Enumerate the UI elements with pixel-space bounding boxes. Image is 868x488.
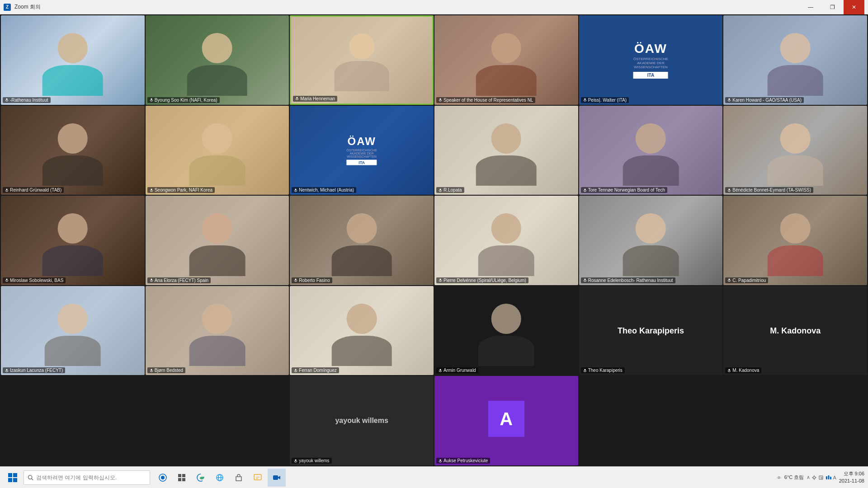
- tile-label-byoung: Byoung Soo Kim (NAFI, Korea): [147, 97, 220, 103]
- tile-label-rosanne: Rosanne Edelenbosch- Rathenau Instituut: [581, 277, 675, 283]
- tile-avatar-aukse: A: [488, 401, 524, 437]
- tile-label-bjorn: Bjørn Bedsted: [147, 367, 185, 373]
- tile-theo[interactable]: Theo Karapiperis Theo Karapiperis: [579, 286, 723, 375]
- weather-text: 6°C 흐림: [784, 474, 804, 481]
- tile-peiss[interactable]: ÖAW ÖSTERREICHISCHEAKADEMIE DERWISSENSCH…: [579, 15, 723, 105]
- tile-seongwon[interactable]: Seongwon Park, NAFI Korea: [146, 106, 289, 195]
- tile-label-yayouk: yayouk willems: [292, 458, 331, 464]
- svg-line-53: [32, 479, 33, 480]
- tile-label-maria: Maria Henneman: [293, 96, 337, 102]
- tile-c-papa[interactable]: C. Papadimitriou: [723, 196, 867, 285]
- svg-rect-24: [6, 279, 8, 281]
- tile-karen[interactable]: Karen Howard - GAO/STAA (USA): [723, 15, 867, 105]
- taskbar-cortana[interactable]: [154, 469, 172, 487]
- svg-rect-0: [6, 99, 8, 100]
- tile-label-miroslaw: Miroslaw Sobolewski, BAS: [3, 277, 66, 283]
- tile-label-aukse: Aukse Petruskeviciute: [436, 458, 490, 464]
- svg-rect-36: [6, 369, 8, 371]
- tile-label-ana: Ana Elorza (FECYT) Spain: [147, 277, 211, 283]
- svg-point-55: [161, 476, 165, 479]
- tile-ferran[interactable]: Ferran Domínguez: [290, 286, 434, 375]
- weather-info: 6°C 흐림: [775, 474, 804, 481]
- tile-label-seongwon: Seongwon Park, NAFI Korea: [147, 187, 215, 193]
- tile-miroslaw[interactable]: Miroslaw Sobolewski, BAS: [1, 196, 145, 285]
- tile-benedicte[interactable]: Bénédicte Bonnet-Eymard (TA-SWISS): [723, 106, 867, 195]
- tile-byoung[interactable]: Byoung Soo Kim (NAFI, Korea): [146, 15, 289, 105]
- svg-rect-18: [439, 188, 441, 190]
- svg-rect-34: [729, 279, 730, 281]
- tile-bjorn[interactable]: Bjørn Bedsted: [146, 286, 289, 375]
- svg-marker-66: [278, 476, 280, 479]
- tile-yayouk[interactable]: yayouk willems yayouk willems: [290, 376, 434, 465]
- taskbar-zoom[interactable]: [268, 469, 286, 487]
- tile-izaskun[interactable]: Izaskun Lacunza (FECYT): [1, 286, 145, 375]
- svg-rect-26: [151, 279, 152, 281]
- tile-pierre[interactable]: Pierre Delvénne (Spiral/ULiège, Belgium): [434, 196, 578, 285]
- search-bar[interactable]: [24, 470, 150, 485]
- tile-label-rlopata: R.Lopata: [436, 187, 464, 193]
- tile-label-speaker: Speaker of the House of Representatives …: [436, 97, 535, 103]
- tile-ana[interactable]: Ana Elorza (FECYT) Spain: [146, 196, 289, 285]
- taskbar-ie[interactable]: [211, 469, 229, 487]
- app-icon: Z: [4, 4, 11, 11]
- minimize-button[interactable]: —: [800, 0, 821, 14]
- tile-rosanne[interactable]: Rosanne Edelenbosch- Rathenau Instituut: [579, 196, 723, 285]
- svg-rect-48: [295, 459, 297, 461]
- restore-button[interactable]: ❐: [822, 0, 843, 14]
- tile-nentwich[interactable]: ÖAW ÖSTERREICHISCHEAKADEMIE DERWISSENSCH…: [290, 106, 434, 195]
- tile-mkadonova[interactable]: M. Kadonova M. Kadonova: [723, 286, 867, 375]
- windows-icon: [8, 473, 17, 482]
- svg-rect-22: [729, 188, 730, 190]
- taskbar-taskview[interactable]: [173, 469, 191, 487]
- tile-empty-2: [146, 376, 289, 465]
- svg-rect-4: [297, 97, 298, 99]
- taskbar-store[interactable]: [230, 469, 248, 487]
- taskbar: 6°C 흐림 ∧ A 오후 9:06 2021-11-08: [0, 466, 868, 488]
- svg-rect-28: [295, 279, 297, 281]
- tile-roberto[interactable]: Roberto Fasino: [290, 196, 434, 285]
- svg-point-52: [28, 475, 32, 479]
- svg-rect-42: [439, 369, 441, 371]
- svg-rect-12: [6, 188, 8, 190]
- tile-label-nentwich: Nentwich, Michael (Austria): [292, 187, 356, 193]
- tile-label-mkadonova: M. Kadonova: [725, 367, 761, 373]
- svg-rect-70: [826, 476, 827, 479]
- svg-rect-71: [828, 475, 830, 479]
- tile-tore[interactable]: Tore Tennøe Norwegian Board of Tech: [579, 106, 723, 195]
- systray: ∧ A: [807, 474, 836, 481]
- tile-rlopata[interactable]: R.Lopata: [434, 106, 578, 195]
- svg-point-68: [813, 476, 816, 479]
- svg-rect-30: [439, 279, 441, 281]
- svg-rect-63: [236, 477, 241, 481]
- search-input[interactable]: [36, 474, 146, 481]
- tile-rathenau[interactable]: -Rathenau Instituut: [1, 15, 145, 105]
- tile-maria[interactable]: Maria Henneman: [290, 15, 434, 105]
- window-title: Zoom 회의: [14, 3, 800, 11]
- taskbar-messaging[interactable]: [249, 469, 267, 487]
- svg-rect-50: [439, 459, 441, 461]
- start-button[interactable]: [4, 469, 22, 487]
- taskbar-edge[interactable]: [192, 469, 210, 487]
- weather-icon: [775, 474, 783, 481]
- svg-rect-20: [584, 188, 585, 190]
- tile-label-theo: Theo Karapiperis: [581, 367, 625, 373]
- svg-rect-57: [182, 474, 185, 477]
- tile-label-roberto: Roberto Fasino: [292, 277, 332, 283]
- tile-reinhard[interactable]: Reinhard Grünwald (TAB): [1, 106, 145, 195]
- svg-rect-58: [178, 478, 181, 481]
- tile-empty-1: [1, 376, 145, 465]
- title-bar: Z Zoom 회의 — ❐ ✕: [0, 0, 868, 14]
- taskbar-apps: [154, 469, 286, 487]
- tile-armin[interactable]: Armin Grunwald: [434, 286, 578, 375]
- svg-rect-44: [584, 369, 585, 371]
- tile-name-mkadonova: M. Kadonova: [770, 326, 821, 335]
- close-button[interactable]: ✕: [844, 0, 864, 14]
- svg-rect-59: [182, 478, 185, 481]
- tile-name-yayouk: yayouk willems: [335, 417, 388, 425]
- taskbar-clock[interactable]: 오후 9:06 2021-11-08: [839, 470, 864, 484]
- tile-aukse[interactable]: A Aukse Petruskeviciute: [434, 376, 578, 465]
- svg-rect-8: [584, 99, 585, 100]
- svg-rect-6: [439, 99, 441, 100]
- svg-rect-56: [178, 474, 181, 477]
- tile-speaker[interactable]: Speaker of the House of Representatives …: [434, 15, 578, 105]
